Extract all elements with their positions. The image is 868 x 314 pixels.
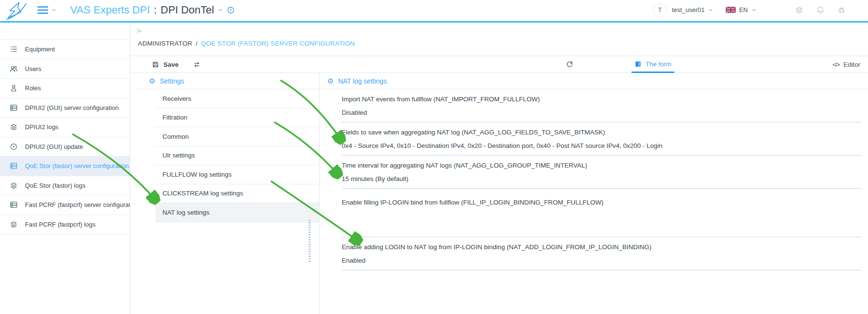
settings-item-receivers[interactable]: Receivers bbox=[155, 89, 319, 109]
settings-item-nat-log-settings[interactable]: NAT log settings bbox=[155, 203, 319, 222]
username[interactable]: test_user01 bbox=[672, 6, 705, 13]
tab-editor[interactable]: </> Editor bbox=[830, 56, 863, 73]
users-icon bbox=[10, 65, 18, 73]
logs-icon bbox=[10, 220, 18, 229]
form-panel-title: NAT log settings bbox=[338, 77, 386, 85]
settings-item-label: CLICKSTREAM log settings bbox=[162, 190, 243, 197]
field-value[interactable] bbox=[342, 212, 861, 232]
server-icon bbox=[10, 201, 18, 209]
settings-item-fullflow-log-settings[interactable]: FULLFLOW log settings bbox=[155, 165, 319, 184]
sidebar-item-qoe-stor-logs[interactable]: QoE Stor (fastor) logs bbox=[0, 176, 130, 196]
settings-item-label: Common bbox=[162, 133, 189, 140]
device-status-icon[interactable] bbox=[227, 6, 235, 14]
field-label: Import NAT events from fullflow (NAT_IMP… bbox=[342, 95, 861, 104]
sidebar-item-roles[interactable]: Roles bbox=[0, 79, 130, 98]
sidebar-item-qoe-stor-server-config[interactable]: QoE Stor (fastor) server configuration bbox=[0, 157, 130, 176]
update-target-icon bbox=[10, 143, 18, 151]
server-icon bbox=[10, 104, 18, 112]
equipment-list-icon bbox=[10, 45, 18, 53]
form-field: Time interval for aggregating NAT logs (… bbox=[342, 156, 861, 189]
roles-icon bbox=[10, 84, 18, 92]
sidebar: Equipment Users Roles DPIUI2 (GUI) serve… bbox=[0, 23, 130, 314]
language-selector[interactable]: EN bbox=[726, 6, 756, 13]
form-field: Import NAT events from fullflow (NAT_IMP… bbox=[342, 89, 861, 122]
form-field: Enable filling IP-LOGIN bind from fullfl… bbox=[342, 189, 861, 237]
field-label: Time interval for aggregating NAT logs (… bbox=[342, 161, 861, 170]
main-content: ADMINISTRATOR / QOE STOR (FASTOR) SERVER… bbox=[130, 23, 868, 314]
breadcrumb-separator: / bbox=[196, 40, 198, 56]
refresh-icon bbox=[566, 60, 573, 68]
save-button-label: Save bbox=[163, 61, 179, 68]
sidebar-item-label: QoE Stor (fastor) server configuration bbox=[25, 162, 129, 169]
main-menu-button[interactable] bbox=[37, 5, 57, 15]
transfer-button[interactable] bbox=[193, 61, 200, 68]
settings-item-label: FULLFLOW log settings bbox=[162, 171, 232, 178]
sidebar-item-label: Fast PCRF (fastpcrf) server configuratio… bbox=[25, 201, 130, 208]
field-label: Enable adding LOGIN to NAT log from IP-L… bbox=[342, 243, 861, 252]
settings-nav-panel: ⚙ Settings Receivers Filtration Common U… bbox=[137, 73, 320, 314]
hamburger-icon bbox=[37, 5, 49, 15]
breadcrumb: ADMINISTRATOR / QOE STOR (FASTOR) SERVER… bbox=[130, 23, 868, 56]
content: ⚙ Settings Receivers Filtration Common U… bbox=[130, 73, 868, 314]
sidebar-item-label: DPIUI2 (GUI) server configuration bbox=[25, 104, 119, 111]
field-value[interactable]: Disabled bbox=[342, 109, 861, 117]
header-right: T test_user01 EN bbox=[653, 3, 846, 17]
collapse-sidebar-button[interactable] bbox=[136, 27, 143, 35]
chevron-down-icon[interactable] bbox=[708, 7, 713, 12]
code-icon: </> bbox=[832, 61, 839, 68]
sidebar-item-label: DPIUI2 (GUI) update bbox=[25, 143, 83, 150]
sidebar-item-dpiui2-logs[interactable]: DPIUI2 logs bbox=[0, 118, 130, 137]
field-value[interactable]: 15 minutes (By default) bbox=[342, 175, 861, 183]
tab-the-form[interactable]: The form bbox=[632, 56, 674, 73]
sidebar-item-equipment[interactable]: Equipment bbox=[0, 40, 130, 60]
device-title[interactable]: DPI DonTel bbox=[161, 4, 214, 16]
chevron-down-icon[interactable] bbox=[218, 7, 223, 12]
header-action-icons bbox=[795, 6, 846, 14]
sidebar-item-dpiui2-update[interactable]: DPIUI2 (GUI) update bbox=[0, 137, 130, 157]
breadcrumb-page[interactable]: QOE STOR (FASTOR) SERVER CONFIGURATION bbox=[201, 40, 355, 56]
panel-splitter-handle[interactable] bbox=[309, 220, 310, 262]
sidebar-item-users[interactable]: Users bbox=[0, 60, 130, 79]
save-button[interactable]: Save bbox=[152, 61, 179, 68]
server-icon bbox=[10, 162, 18, 170]
logs-icon[interactable] bbox=[795, 6, 804, 14]
tab-label: Editor bbox=[843, 61, 860, 68]
sidebar-item-fast-pcrf-server-config[interactable]: Fast PCRF (fastpcrf) server configuratio… bbox=[0, 195, 130, 215]
sidebar-item-dpiui2-server-config[interactable]: DPIUI2 (GUI) server configuration bbox=[0, 98, 130, 118]
app-title[interactable]: VAS Experts DPI bbox=[70, 4, 150, 16]
tab-label: The form bbox=[645, 60, 671, 68]
sidebar-item-label: Users bbox=[25, 65, 41, 72]
uk-flag-icon bbox=[726, 7, 736, 13]
settings-item-label: Filtration bbox=[162, 114, 187, 121]
sidebar-top bbox=[0, 23, 130, 40]
bug-icon[interactable] bbox=[837, 6, 846, 14]
field-label: Enable filling IP-LOGIN bind from fullfl… bbox=[342, 198, 861, 207]
settings-item-label: NAT log settings bbox=[162, 209, 210, 216]
settings-panel-title: Settings bbox=[160, 77, 184, 85]
settings-item-clickstream-log-settings[interactable]: CLICKSTREAM log settings bbox=[155, 184, 319, 204]
nat-log-settings-form: ⚙ NAT log settings Import NAT events fro… bbox=[320, 73, 868, 314]
bell-icon[interactable] bbox=[816, 6, 825, 14]
logs-icon bbox=[10, 123, 18, 131]
settings-item-label: Receivers bbox=[162, 95, 191, 102]
form-field: Enable adding LOGIN to NAT log from IP-L… bbox=[342, 237, 861, 270]
logs-icon bbox=[10, 181, 18, 190]
toolbar: Save The form </> Editor bbox=[130, 56, 868, 73]
settings-list: Receivers Filtration Common Ulr settings… bbox=[155, 89, 319, 222]
transfer-icon bbox=[193, 61, 200, 68]
settings-item-common[interactable]: Common bbox=[155, 127, 319, 146]
field-value[interactable]: Enabled bbox=[342, 256, 861, 265]
sidebar-item-label: DPIUI2 logs bbox=[25, 123, 58, 131]
settings-item-filtration[interactable]: Filtration bbox=[155, 109, 319, 128]
avatar[interactable]: T bbox=[653, 3, 667, 17]
sidebar-item-label: Fast PCRF (fastpcrf) logs bbox=[25, 221, 96, 228]
field-value[interactable]: 0x4 - Source IPv4, 0x10 - Destination IP… bbox=[342, 142, 861, 150]
sidebar-item-label: Roles bbox=[25, 85, 41, 92]
sidebar-item-label: Equipment bbox=[25, 46, 55, 53]
collapse-sidebar-icon bbox=[136, 27, 143, 35]
settings-item-ulr-settings[interactable]: Ulr settings bbox=[155, 146, 319, 166]
chevron-down-icon bbox=[751, 7, 756, 12]
app-header: VAS Experts DPI : DPI DonTel T test_user… bbox=[0, 0, 868, 23]
refresh-button[interactable] bbox=[566, 60, 573, 68]
sidebar-item-fast-pcrf-logs[interactable]: Fast PCRF (fastpcrf) logs bbox=[0, 215, 130, 235]
